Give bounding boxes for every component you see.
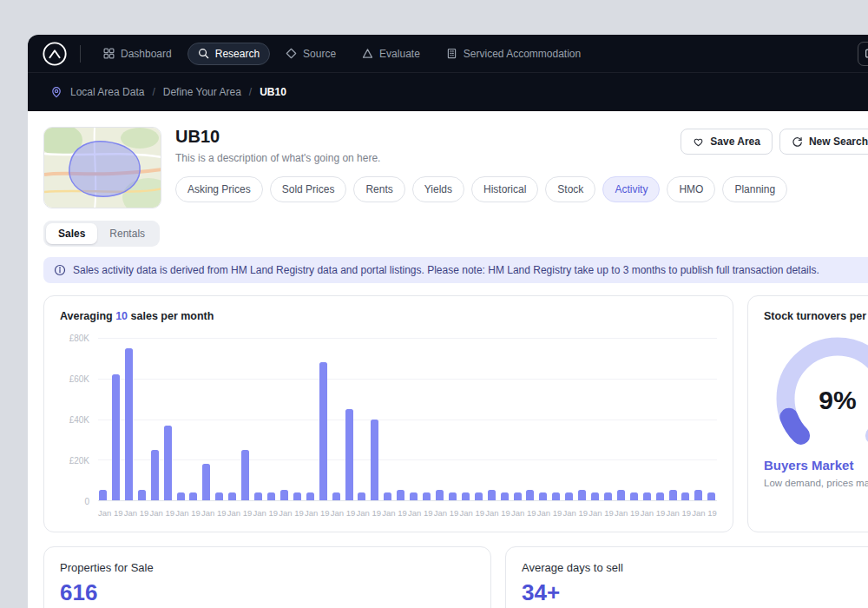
new-search-button[interactable]: New Search xyxy=(779,129,868,155)
bar xyxy=(462,492,470,500)
bar xyxy=(189,492,197,500)
bar xyxy=(293,492,301,500)
x-tick-label: Jan 19 xyxy=(382,508,407,518)
nav-item-dashboard[interactable]: Dashboard xyxy=(93,43,182,65)
divider xyxy=(80,45,81,63)
tab-asking-prices[interactable]: Asking Prices xyxy=(175,176,263,202)
y-tick-label: £60K xyxy=(69,374,89,384)
nav-item-serviced-accommodation[interactable]: Serviced Accommodation xyxy=(436,43,591,65)
nav-item-research[interactable]: Research xyxy=(187,43,270,65)
sales-per-month-card: Averaging 10 sales per month £80K£60K£40… xyxy=(43,295,733,532)
bar xyxy=(565,492,573,500)
bar xyxy=(384,492,391,500)
bar xyxy=(319,362,327,500)
nav-item-label: Source xyxy=(303,48,336,60)
bar xyxy=(552,492,560,500)
nav-item-source[interactable]: Source xyxy=(275,43,346,65)
breadcrumb-item[interactable]: Local Area Data xyxy=(70,86,144,98)
x-tick-label: Jan 19 xyxy=(279,508,304,518)
save-area-button[interactable]: Save Area xyxy=(681,129,773,155)
bar xyxy=(436,490,444,500)
breadcrumb-item[interactable]: Define Your Area xyxy=(163,86,241,98)
nav-item-label: Evaluate xyxy=(379,48,420,60)
y-tick-label: £80K xyxy=(69,334,89,343)
toggle-sales[interactable]: Sales xyxy=(46,223,97,244)
bar xyxy=(112,374,120,500)
bar xyxy=(151,450,159,500)
y-tick-label: £40K xyxy=(69,415,89,425)
stat-label: Properties for Sale xyxy=(60,561,475,574)
panel-icon xyxy=(865,48,868,59)
bar xyxy=(488,490,496,500)
save-area-label: Save Area xyxy=(710,135,760,148)
x-tick-label: Jan 19 xyxy=(150,508,175,518)
stat-label: Average days to sell xyxy=(522,561,864,574)
bar-chart-title: Averaging 10 sales per month xyxy=(60,310,717,322)
app-logo-icon[interactable] xyxy=(42,41,68,67)
x-tick-label: Jan 19 xyxy=(227,508,253,518)
y-tick-label: £20K xyxy=(69,456,89,466)
bar xyxy=(397,490,404,500)
bar xyxy=(164,426,172,500)
bar xyxy=(694,490,702,500)
tab-hmo[interactable]: HMO xyxy=(667,176,715,202)
bar xyxy=(125,348,133,500)
bar xyxy=(681,492,689,500)
dashboard-icon xyxy=(103,48,115,59)
bar-plot-area xyxy=(98,338,717,501)
bar xyxy=(539,492,547,500)
tab-yields[interactable]: Yields xyxy=(412,176,464,202)
bar-chart: £80K£60K£40K£20K0 xyxy=(60,338,717,501)
page-title-block: UB10 This is a description of what's goi… xyxy=(175,127,681,202)
bar xyxy=(707,492,715,500)
nav-panel-button[interactable] xyxy=(858,42,868,66)
bar xyxy=(371,420,378,501)
market-status: Buyers Market xyxy=(764,458,864,473)
building-icon xyxy=(446,48,457,59)
tab-planning[interactable]: Planning xyxy=(722,176,787,202)
bar xyxy=(410,492,418,500)
charts-row: Averaging 10 sales per month £80K£60K£40… xyxy=(43,295,868,532)
bar xyxy=(358,492,365,500)
info-banner: Sales activity data is derived from HM L… xyxy=(43,257,868,283)
map-image xyxy=(44,128,161,208)
tab-stock[interactable]: Stock xyxy=(545,176,595,202)
area-map-thumbnail[interactable] xyxy=(43,127,161,208)
toggle-rentals[interactable]: Rentals xyxy=(97,223,157,244)
nav-item-evaluate[interactable]: Evaluate xyxy=(352,43,431,65)
x-tick-label: Jan 19 xyxy=(485,508,510,518)
x-tick-label: Jan 19 xyxy=(537,508,562,518)
bar xyxy=(449,492,457,500)
bar xyxy=(591,492,599,500)
bar xyxy=(138,490,146,500)
tab-rents[interactable]: Rents xyxy=(353,176,404,202)
breadcrumb-current: UB10 xyxy=(260,86,286,98)
nav-row: DashboardResearchSourceEvaluateServiced … xyxy=(28,35,868,73)
header-actions: Save Area New Search xyxy=(681,127,868,155)
tab-historical[interactable]: Historical xyxy=(471,176,538,202)
bar xyxy=(280,490,288,500)
x-tick-label: Jan 19 xyxy=(305,508,330,518)
app-window: DashboardResearchSourceEvaluateServiced … xyxy=(28,35,868,608)
x-tick-label: Jan 19 xyxy=(98,508,123,518)
nav-items: DashboardResearchSourceEvaluateServiced … xyxy=(93,43,591,65)
bar xyxy=(99,490,107,500)
bar xyxy=(514,492,522,500)
bar xyxy=(617,490,625,500)
bar xyxy=(501,492,509,500)
bar xyxy=(656,492,664,500)
bar xyxy=(669,490,677,500)
sales-rentals-toggle: SalesRentals xyxy=(43,221,160,247)
properties-for-sale-card: Properties for Sale 616 xyxy=(43,546,491,608)
top-navigation: DashboardResearchSourceEvaluateServiced … xyxy=(28,35,868,111)
bar xyxy=(267,492,275,500)
x-tick-label: Jan 19 xyxy=(408,508,433,518)
x-tick-label: Jan 19 xyxy=(331,508,356,518)
x-tick-label: Jan 19 xyxy=(589,508,614,518)
tabs: Asking PricesSold PricesRentsYieldsHisto… xyxy=(175,176,681,202)
tab-sold-prices[interactable]: Sold Prices xyxy=(270,176,347,202)
tab-activity[interactable]: Activity xyxy=(602,176,660,202)
bar xyxy=(526,490,534,500)
x-tick-label: Jan 19 xyxy=(641,508,666,518)
bars xyxy=(98,338,717,500)
